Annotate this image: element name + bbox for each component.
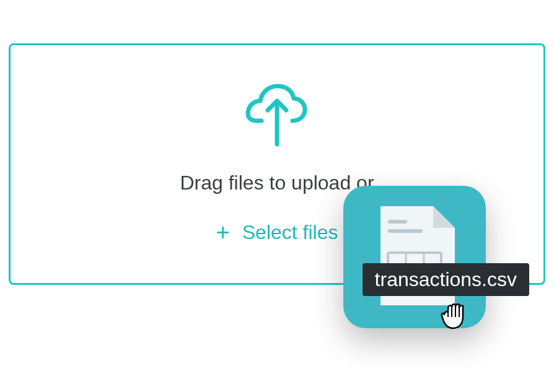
grab-cursor-icon	[439, 303, 473, 334]
dropzone-instruction-text: Drag files to upload or	[180, 172, 374, 194]
cloud-upload-icon	[243, 82, 311, 153]
dragged-file-name-label: transactions.csv	[363, 263, 529, 296]
select-files-label: Select files	[242, 221, 338, 244]
plus-icon: +	[216, 219, 230, 246]
select-files-button[interactable]: + Select files	[216, 219, 338, 246]
